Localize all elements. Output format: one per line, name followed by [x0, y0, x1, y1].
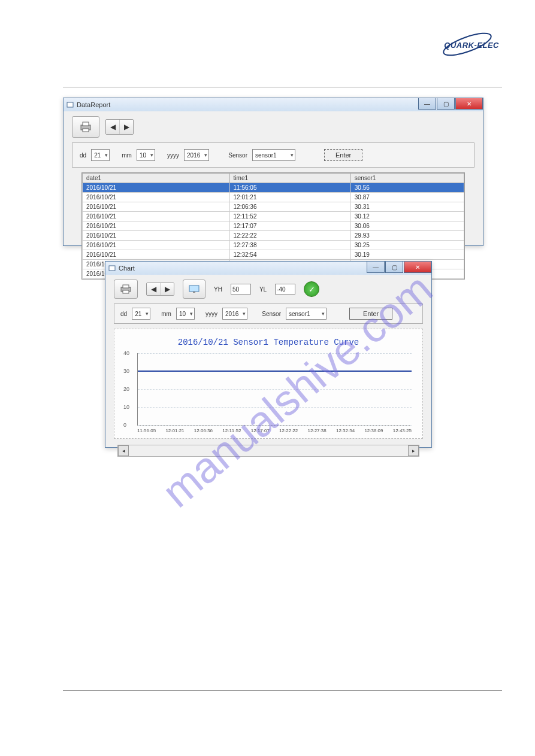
monitor-icon	[188, 284, 200, 294]
footer-rule	[63, 690, 502, 691]
x-tick-label: 12:06:36	[194, 428, 213, 433]
window-title: Chart	[119, 265, 135, 272]
mm-label: mm	[122, 152, 132, 159]
enter-button[interactable]: Enter	[349, 308, 392, 320]
filter-bar: dd 21 mm 10 yyyy 2016 Sensor sensor1 Ent…	[114, 303, 423, 324]
apply-button[interactable]: ✓	[304, 281, 319, 297]
brand-logo: QUARK-ELEC	[444, 41, 499, 50]
print-button[interactable]	[72, 116, 99, 138]
scroll-track[interactable]	[129, 446, 408, 456]
scroll-right-button[interactable]: ▸	[408, 445, 419, 456]
dd-label: dd	[80, 152, 86, 159]
y-tick-label: 20	[123, 386, 129, 392]
titlebar[interactable]: DataReport — ▢ ✕	[64, 98, 483, 111]
sensor-select[interactable]: sensor1	[286, 308, 327, 320]
mm-select[interactable]: 10	[137, 149, 155, 161]
table-row[interactable]: 2016/10/2112:17:0730.06	[83, 221, 464, 231]
x-tick-label: 11:56:05	[137, 428, 156, 433]
table-row[interactable]: 2016/10/2112:06:3630.31	[83, 202, 464, 212]
scroll-left-button[interactable]: ◂	[118, 445, 129, 456]
next-button[interactable]: ▶	[120, 120, 133, 134]
svg-rect-1	[67, 102, 73, 107]
x-tick-label: 12:01:21	[165, 428, 184, 433]
maximize-button[interactable]: ▢	[437, 98, 455, 110]
chart-x-labels: 11:56:0512:01:2112:06:3612:11:5212:17:07…	[137, 426, 412, 433]
yl-label: YL	[259, 286, 267, 293]
x-tick-label: 12:32:54	[336, 428, 355, 433]
enter-button[interactable]: Enter	[324, 149, 362, 161]
x-tick-label: 12:43:25	[393, 428, 412, 433]
printer-icon	[120, 284, 132, 294]
app-icon	[108, 264, 116, 272]
datareport-window: DataReport — ▢ ✕ ◀ ▶ dd 21 mm 10 yyyy 20…	[63, 98, 483, 246]
svg-rect-5	[109, 266, 115, 271]
svg-rect-4	[83, 129, 89, 132]
chart-area: 2016/10/21 Sensor1 Temperature Curve 010…	[114, 329, 423, 439]
table-row[interactable]: 2016/10/2112:27:3830.25	[83, 241, 464, 250]
svg-point-0	[442, 31, 494, 57]
x-tick-label: 12:11:52	[222, 428, 241, 433]
sensor-label: Sensor	[262, 311, 281, 317]
x-tick-label: 12:27:38	[308, 428, 327, 433]
horizontal-scrollbar[interactable]: ◂ ▸	[117, 445, 419, 457]
display-button[interactable]	[183, 280, 205, 299]
table-row[interactable]: 2016/10/2112:11:5230.12	[83, 212, 464, 221]
column-header[interactable]: sensor1	[350, 174, 464, 183]
yyyy-select[interactable]: 2016	[222, 308, 247, 320]
column-header[interactable]: time1	[229, 174, 350, 183]
minimize-button[interactable]: —	[418, 98, 436, 110]
chart-plot: 010203040	[137, 353, 412, 426]
yyyy-label: yyyy	[167, 152, 179, 159]
y-tick-label: 0	[123, 422, 126, 428]
column-header[interactable]: date1	[83, 174, 230, 183]
close-button[interactable]: ✕	[455, 98, 483, 110]
next-button[interactable]: ▶	[161, 283, 174, 295]
y-tick-label: 40	[123, 350, 129, 356]
yh-input[interactable]: 50	[231, 284, 251, 294]
sensor-select[interactable]: sensor1	[252, 149, 295, 161]
series-line	[138, 371, 412, 372]
x-tick-label: 12:17:07	[251, 428, 270, 433]
yh-label: YH	[214, 286, 222, 293]
yyyy-select[interactable]: 2016	[184, 149, 209, 161]
titlebar[interactable]: Chart — ▢ ✕	[105, 262, 431, 275]
x-tick-label: 12:22:22	[279, 428, 298, 433]
mm-label: mm	[161, 311, 171, 317]
chart-window: Chart — ▢ ✕ ◀ ▶ YH 50 YL -40 ✓	[105, 261, 432, 448]
table-row[interactable]: 2016/10/2111:56:0530.56	[83, 183, 464, 193]
window-title: DataReport	[77, 101, 110, 108]
prev-button[interactable]: ◀	[106, 120, 120, 134]
y-tick-label: 30	[123, 368, 129, 374]
close-button[interactable]: ✕	[404, 262, 431, 273]
dd-select[interactable]: 21	[91, 149, 110, 161]
header-rule	[63, 87, 502, 87]
svg-rect-7	[123, 285, 129, 288]
svg-rect-9	[189, 286, 199, 292]
dd-select[interactable]: 21	[132, 308, 150, 320]
printer-icon	[79, 121, 92, 133]
y-tick-label: 10	[123, 404, 129, 410]
filter-bar: dd 21 mm 10 yyyy 2016 Sensor sensor1 Ent…	[72, 142, 474, 168]
prev-button[interactable]: ◀	[147, 283, 161, 295]
x-tick-label: 12:38:09	[364, 428, 383, 433]
maximize-button[interactable]: ▢	[385, 262, 403, 273]
print-button[interactable]	[114, 280, 138, 299]
sensor-label: Sensor	[228, 152, 247, 159]
app-icon	[66, 101, 74, 109]
minimize-button[interactable]: —	[367, 262, 385, 273]
table-row[interactable]: 2016/10/2112:32:5430.19	[83, 250, 464, 260]
table-row[interactable]: 2016/10/2112:01:2130.87	[83, 193, 464, 202]
chart-title: 2016/10/21 Sensor1 Temperature Curve	[119, 334, 418, 353]
yyyy-label: yyyy	[205, 311, 217, 317]
svg-rect-10	[193, 292, 195, 293]
svg-rect-3	[83, 122, 89, 126]
dd-label: dd	[120, 311, 127, 317]
mm-select[interactable]: 10	[176, 308, 195, 320]
check-icon: ✓	[309, 285, 315, 294]
svg-rect-8	[123, 290, 129, 293]
table-row[interactable]: 2016/10/2112:22:2229.93	[83, 231, 464, 241]
yl-input[interactable]: -40	[275, 284, 295, 294]
